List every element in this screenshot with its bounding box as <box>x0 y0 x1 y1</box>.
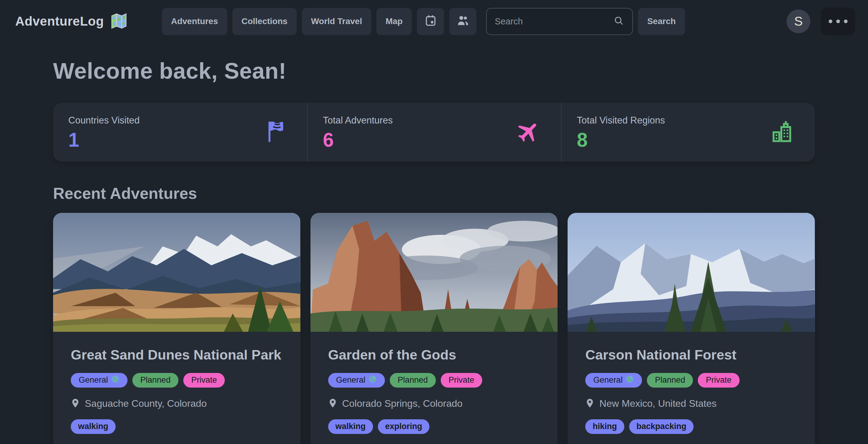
activity-tag: walking <box>328 419 373 434</box>
planned-badge: Planned <box>132 373 179 388</box>
planned-badge: Planned <box>647 373 693 388</box>
tag-row: walking exploring <box>328 419 540 434</box>
general-badge: General <box>585 373 642 388</box>
globe-icon <box>625 375 634 385</box>
shared-users-button[interactable] <box>449 8 476 35</box>
globe-icon <box>368 375 377 385</box>
badge-label: General <box>593 375 622 385</box>
world-map-icon <box>110 12 128 31</box>
adventure-image <box>53 213 301 332</box>
flag-icon <box>265 120 288 145</box>
recent-adventures-heading: Recent Adventures <box>53 184 815 202</box>
adventure-image <box>310 213 558 332</box>
adventure-image <box>567 213 815 332</box>
globe-icon <box>111 375 120 385</box>
welcome-heading: Welcome back, Sean! <box>53 58 815 84</box>
stat-label: Countries Visited <box>68 115 292 126</box>
tag-row: hiking backpacking <box>585 419 797 434</box>
map-pin-icon <box>71 398 80 410</box>
activity-tag: exploring <box>378 419 430 434</box>
card-body: Carson National Forest General <box>567 332 815 444</box>
stat-label: Total Visited Regions <box>577 115 800 126</box>
activity-tag: backpacking <box>629 419 694 434</box>
stat-label: Total Adventures <box>323 115 546 126</box>
plane-icon <box>515 119 541 146</box>
search-icon <box>613 15 624 27</box>
map-pin-icon <box>328 398 337 410</box>
app-title: AdventureLog <box>15 14 104 29</box>
calendar-button[interactable] <box>417 8 444 35</box>
general-badge: General <box>328 373 385 388</box>
calendar-icon <box>424 14 437 29</box>
stat-value: 1 <box>68 130 292 150</box>
app-logo[interactable]: AdventureLog <box>15 12 128 31</box>
private-badge: Private <box>698 373 739 388</box>
adventure-location: New Mexico, United States <box>599 398 716 409</box>
badge-label: General <box>336 375 365 385</box>
nav-world-travel-button[interactable]: World Travel <box>302 8 371 35</box>
private-badge: Private <box>441 373 482 388</box>
users-icon <box>456 14 470 29</box>
top-navbar: AdventureLog Adventures Collections Worl… <box>0 0 868 43</box>
avatar-initial: S <box>794 14 803 29</box>
search-button[interactable]: Search <box>638 8 685 35</box>
card-body: Garden of the Gods General <box>310 332 558 444</box>
location-row: New Mexico, United States <box>585 398 797 410</box>
adventure-card-carson-national-forest[interactable]: Carson National Forest General <box>567 213 815 444</box>
primary-nav: Adventures Collections World Travel Map <box>162 8 477 35</box>
city-buildings-icon <box>770 119 796 146</box>
search-input-container[interactable] <box>486 8 633 35</box>
activity-tag: walking <box>71 419 116 434</box>
user-avatar[interactable]: S <box>786 9 810 33</box>
location-row: Saguache County, Colorado <box>71 398 283 410</box>
card-body: Great Sand Dunes National Park General <box>53 332 301 444</box>
search-input[interactable] <box>495 17 613 27</box>
tag-row: walking <box>71 419 283 434</box>
adventure-title: Carson National Forest <box>585 346 797 364</box>
map-pin-icon <box>585 398 594 410</box>
adventure-cards: Great Sand Dunes National Park General <box>53 213 815 444</box>
ellipsis-icon <box>829 20 847 23</box>
private-badge: Private <box>183 373 225 388</box>
stats-panel: Countries Visited 1 Total Adventures 6 <box>53 103 815 162</box>
badge-row: General Planned Private <box>71 373 283 388</box>
badge-label: General <box>79 375 108 385</box>
location-row: Colorado Springs, Colorado <box>328 398 540 410</box>
stat-value: 8 <box>577 130 800 150</box>
adventure-location: Saguache County, Colorado <box>85 398 207 409</box>
stat-total-visited-regions: Total Visited Regions 8 <box>561 103 815 162</box>
adventure-card-great-sand-dunes[interactable]: Great Sand Dunes National Park General <box>53 213 301 444</box>
nav-collections-button[interactable]: Collections <box>232 8 297 35</box>
badge-row: General Planned Private <box>328 373 540 388</box>
stat-total-adventures: Total Adventures 6 <box>307 103 561 162</box>
planned-badge: Planned <box>390 373 436 388</box>
adventure-title: Great Sand Dunes National Park <box>71 346 283 364</box>
main-content: Welcome back, Sean! Countries Visited 1 … <box>0 58 868 444</box>
adventure-title: Garden of the Gods <box>328 346 540 364</box>
adventure-location: Colorado Springs, Colorado <box>342 398 463 409</box>
adventure-card-garden-of-the-gods[interactable]: Garden of the Gods General <box>310 213 558 444</box>
general-badge: General <box>71 373 127 388</box>
nav-map-button[interactable]: Map <box>376 8 412 35</box>
overflow-menu-button[interactable] <box>821 8 855 35</box>
stat-countries-visited: Countries Visited 1 <box>53 103 307 162</box>
search-area: Search <box>486 8 685 35</box>
activity-tag: hiking <box>585 419 624 434</box>
badge-row: General Planned Private <box>585 373 797 388</box>
nav-adventures-button[interactable]: Adventures <box>162 8 227 35</box>
